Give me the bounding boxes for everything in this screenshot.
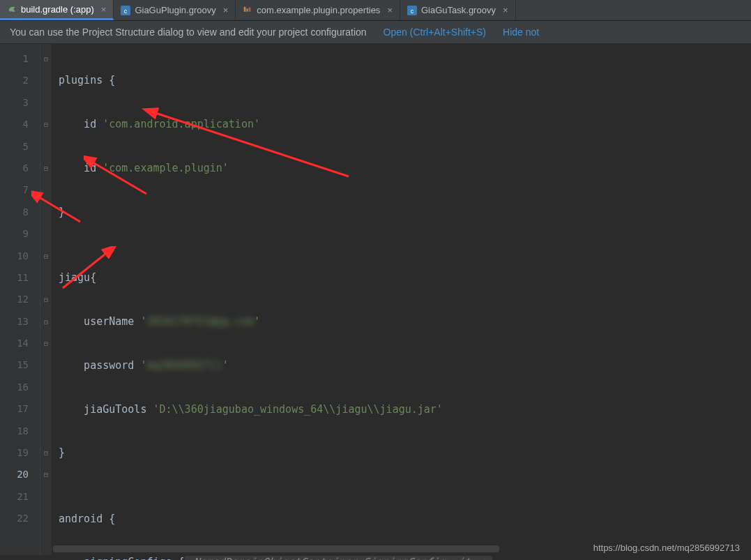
svg-line-7 xyxy=(153,112,349,176)
groovy-icon: c xyxy=(121,6,130,15)
tab-label: com.example.plugin.properties xyxy=(257,5,380,15)
annotation-arrow xyxy=(56,246,119,295)
gradle-icon xyxy=(7,4,17,14)
annotation-arrow xyxy=(139,107,356,183)
svg-rect-3 xyxy=(247,8,249,11)
fold-column: ⊟⊟⊟⊟⊟⊟⊟⊟⊟ xyxy=(40,44,52,555)
close-icon[interactable]: × xyxy=(387,5,393,15)
horizontal-scrollbar[interactable] xyxy=(53,545,499,552)
annotation-arrow xyxy=(84,156,153,197)
tab-giagu-task[interactable]: c GiaGuTask.groovy × xyxy=(400,0,516,20)
open-project-structure-link[interactable]: Open (Ctrl+Alt+Shift+S) xyxy=(384,27,486,38)
notification-bar: You can use the Project Structure dialog… xyxy=(0,21,751,44)
close-icon[interactable]: × xyxy=(223,5,229,15)
close-icon[interactable]: × xyxy=(503,5,508,15)
tab-label: build.gradle (:app) xyxy=(21,4,94,15)
hide-notification-link[interactable]: Hide not xyxy=(503,27,539,38)
tab-build-gradle[interactable]: build.gradle (:app) × xyxy=(0,0,114,20)
svg-line-10 xyxy=(63,252,108,288)
watermark: https://blog.csdn.net/mq2856992713 xyxy=(593,543,740,553)
editor-tabbar: build.gradle (:app) × c GiaGuPlugin.groo… xyxy=(0,0,751,21)
svg-line-9 xyxy=(37,196,80,222)
annotation-arrow xyxy=(31,190,87,225)
tab-label: GiaGuPlugin.groovy xyxy=(135,5,215,15)
tab-label: GiaGuTask.groovy xyxy=(421,5,496,15)
notification-text: You can use the Project Structure dialog… xyxy=(10,27,367,38)
svg-rect-4 xyxy=(249,7,251,11)
svg-rect-2 xyxy=(244,6,246,11)
line-gutter: 12345678910111213141516171819202122 xyxy=(0,44,40,555)
close-icon[interactable]: × xyxy=(101,4,107,15)
groovy-icon: c xyxy=(407,6,417,15)
svg-line-8 xyxy=(91,161,146,194)
svg-text:c: c xyxy=(411,7,414,14)
tab-giagu-plugin[interactable]: c GiaGuPlugin.groovy × xyxy=(114,0,236,20)
tab-properties[interactable]: com.example.plugin.properties × xyxy=(236,0,400,20)
svg-text:c: c xyxy=(124,7,128,14)
properties-icon xyxy=(243,6,252,15)
code-editor[interactable]: 12345678910111213141516171819202122 ⊟⊟⊟⊟… xyxy=(0,44,751,555)
